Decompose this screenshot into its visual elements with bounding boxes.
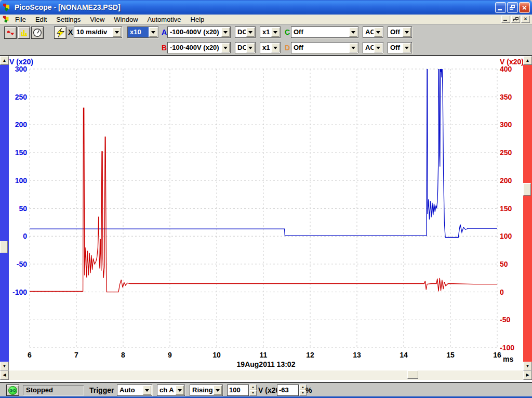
mdi-window-buttons: × [500,16,530,23]
menubar: File Edit Settings View Window Automotiv… [0,15,532,24]
spin-down-icon[interactable]: ▼ [249,390,257,396]
dropdown-arrow-icon[interactable] [176,386,184,395]
x-axis-tick: 11 [253,351,274,359]
dropdown-arrow-icon[interactable] [149,28,157,37]
dropdown-arrow-icon[interactable] [349,43,357,52]
dropdown-arrow-icon[interactable] [246,28,255,37]
right-axis-tick: 250 [500,148,524,157]
scope-view-button[interactable] [4,26,17,39]
meter-view-button[interactable] [31,26,44,39]
go-button[interactable]: GO [6,385,19,396]
right-axis-tick: 0 [500,288,524,296]
dropdown-arrow-icon[interactable] [403,43,411,52]
menu-view[interactable]: View [85,15,109,24]
trigger-source-select[interactable]: ch A [157,385,185,396]
left-axis-tick: -100 [6,288,27,296]
scroll-right-icon[interactable]: ▶ [523,370,532,380]
dropdown-arrow-icon[interactable] [271,28,280,37]
channel-d-label: D [285,44,290,52]
mdi-close-button[interactable]: × [521,16,530,23]
left-axis-tick: 50 [6,204,27,213]
restore-button[interactable] [507,2,518,13]
channel-b-coupling-select[interactable]: DC [235,42,256,53]
channel-b-range-select[interactable]: -100-400V (x20) [167,42,231,53]
channel-c-coupling-select[interactable]: AC [363,26,383,38]
horizontal-scrollbar[interactable]: ◀ ▶ [0,370,532,380]
x-axis-tick: 8 [113,351,134,359]
channel-b-probe-select[interactable]: x1 [260,42,281,53]
dropdown-arrow-icon[interactable] [271,43,280,52]
channel-c-filter-select[interactable]: Off [388,26,412,38]
channel-c-label: C [285,28,290,36]
channel-b-offset-scrollbar[interactable]: ▲ ▼ [523,56,532,370]
channel-d-range-select[interactable]: Off [291,42,358,53]
trigger-edge-select[interactable]: Rising [190,385,223,396]
right-axis-tick: 50 [500,260,524,268]
trigger-delay-stepper[interactable]: -63 ▲▼ [277,385,307,396]
dropdown-arrow-icon[interactable] [221,28,230,37]
channel-d-filter-select[interactable]: Off [388,42,412,53]
trigger-delay-value[interactable]: -63 [277,385,299,396]
waveform-icon [6,29,15,37]
scroll-down-icon[interactable]: ▼ [523,362,532,370]
mdi-minimize-button[interactable] [501,16,510,23]
lightning-bolt-icon [55,28,65,38]
mdi-restore-button[interactable] [511,16,520,23]
dropdown-arrow-icon[interactable] [214,386,222,395]
x-axis-tick: 10 [206,351,227,359]
left-axis-tick: 300 [6,65,27,73]
dropdown-arrow-icon[interactable] [349,28,357,37]
scroll-up-icon[interactable]: ▲ [0,56,9,65]
close-icon: × [520,3,529,12]
spectrum-view-button[interactable] [18,26,30,39]
trigger-level-value[interactable]: 100 [227,385,249,396]
channel-a-range-select[interactable]: -100-400V (x20) [167,26,231,38]
trigger-settings-button[interactable] [54,26,66,39]
scrollbar-thumb[interactable] [0,241,8,253]
scrollbar-thumb[interactable] [523,183,531,196]
menu-automotive[interactable]: Automotive [143,15,186,24]
channel-a-coupling-select[interactable]: DC [235,26,256,38]
timebase-multiplier-select[interactable]: x10 [127,26,158,38]
scrollbar-thumb[interactable] [407,370,418,379]
right-axis-tick: 100 [500,232,524,240]
menu-settings[interactable]: Settings [51,15,85,24]
mdi-minimize-icon [503,20,507,21]
menu-window[interactable]: Window [109,15,142,24]
dropdown-arrow-icon[interactable] [143,386,151,395]
menu-help[interactable]: Help [186,15,209,24]
dropdown-arrow-icon[interactable] [374,28,382,37]
dropdown-arrow-icon[interactable] [246,43,255,52]
channel-a-probe-select[interactable]: x1 [260,26,281,38]
minimize-icon [498,9,502,10]
scope-plot-area: V (x20) V (x20) ms 19Aug2011 13:02 ▲ ▼ ▲… [0,56,532,382]
trigger-level-stepper[interactable]: 100 ▲▼ [227,385,257,396]
x-axis-tick: 15 [440,351,461,359]
channel-c-range-select[interactable]: Off [291,26,358,38]
spectrum-bars-icon [19,29,29,37]
minimize-button[interactable] [495,2,506,13]
dropdown-arrow-icon[interactable] [221,43,230,52]
right-axis-tick: 400 [500,65,524,73]
dropdown-arrow-icon[interactable] [374,43,382,52]
channel-a-offset-scrollbar[interactable]: ▲ ▼ [0,56,9,370]
timebase-select[interactable]: 10 ms/div [74,26,122,38]
trigger-delay-unit: % [305,386,312,394]
dropdown-arrow-icon[interactable] [113,28,121,37]
scroll-up-icon[interactable]: ▲ [523,56,532,65]
spin-up-icon[interactable]: ▲ [249,385,257,390]
dropdown-arrow-icon[interactable] [403,28,411,37]
trigger-mode-select[interactable]: Auto [117,385,152,396]
x-axis-tick: 12 [300,351,321,359]
channel-d-coupling-select[interactable]: AC [363,42,383,53]
menu-edit[interactable]: Edit [31,15,51,24]
close-button[interactable]: × [519,2,530,13]
right-axis-tick: 150 [500,204,524,213]
timebase-x-label: X [68,28,73,36]
scroll-down-icon[interactable]: ▼ [0,362,9,370]
capture-timestamp: 19Aug2011 13:02 [214,360,318,368]
scroll-left-icon[interactable]: ◀ [0,370,9,380]
menu-file[interactable]: File [10,15,31,24]
mdi-close-icon: × [522,16,529,22]
picoscope-icon [2,3,11,12]
